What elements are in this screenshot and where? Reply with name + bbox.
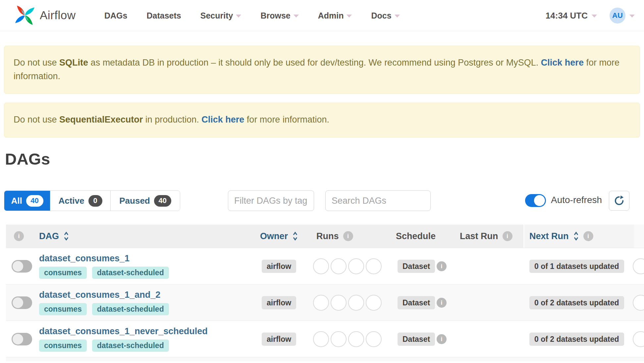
column-header-owner[interactable]: Owner <box>260 225 298 248</box>
toggle-knob <box>534 195 545 206</box>
airflow-brand[interactable]: Airflow <box>14 4 76 26</box>
info-icon[interactable] <box>343 231 353 241</box>
tab-all[interactable]: All 40 <box>4 191 50 211</box>
run-status-circle[interactable] <box>331 295 347 311</box>
run-status-circle[interactable] <box>366 258 382 274</box>
tag-consumes[interactable]: consumes <box>39 267 87 279</box>
sort-icon[interactable] <box>573 231 579 241</box>
filter-bar: All 40 Active 0 Paused 40 Auto-refresh <box>0 190 644 211</box>
nav-datasets[interactable]: Datasets <box>146 11 181 21</box>
owner-badge[interactable]: airflow <box>262 333 296 346</box>
dag-tags: consumes dataset-scheduled <box>39 267 169 279</box>
chevron-down-icon[interactable] <box>629 15 635 18</box>
executor-strong: SequentialExecutor <box>59 115 143 125</box>
dag-tags: consumes dataset-scheduled <box>39 339 169 352</box>
info-icon[interactable] <box>14 231 24 241</box>
column-header-next-run[interactable]: Next Run <box>529 225 593 248</box>
column-header-last-run: Last Run <box>460 225 512 248</box>
refresh-icon <box>614 195 625 206</box>
column-header-next-run-cell: Next Run <box>523 225 634 248</box>
dag-link[interactable]: dataset_consumes_1_never_scheduled <box>39 326 208 337</box>
dag-pause-toggle[interactable] <box>12 296 32 309</box>
schedule-badge[interactable]: Dataset <box>398 296 435 309</box>
run-status-circle[interactable] <box>331 258 347 274</box>
run-status-circle[interactable] <box>313 295 329 311</box>
nav-docs[interactable]: Docs <box>371 11 400 21</box>
tag-dataset-scheduled[interactable]: dataset-scheduled <box>92 339 169 352</box>
refresh-button[interactable] <box>609 191 629 211</box>
navbar-right: 14:34 UTC AU <box>546 0 635 31</box>
tag-dataset-scheduled[interactable]: dataset-scheduled <box>92 303 169 315</box>
sqlite-strong: SQLite <box>59 58 88 68</box>
run-status-circle[interactable] <box>331 331 347 347</box>
run-status-circle[interactable] <box>348 295 364 311</box>
top-navbar: Airflow DAGs Datasets Security Browse Ad… <box>0 0 644 31</box>
tab-active[interactable]: Active 0 <box>50 191 111 211</box>
clock-display[interactable]: 14:34 UTC <box>546 11 588 21</box>
run-status-circle[interactable] <box>348 331 364 347</box>
column-header-dag[interactable]: DAG <box>39 225 69 248</box>
toggle-knob <box>13 261 23 272</box>
tab-paused[interactable]: Paused 40 <box>111 191 180 211</box>
sqlite-warning-banner: Do not use SQLite as metadata DB in prod… <box>4 46 640 94</box>
airflow-dags-page: Airflow DAGs Datasets Security Browse Ad… <box>0 0 644 363</box>
nav-admin[interactable]: Admin <box>318 11 352 21</box>
run-status-circle[interactable] <box>366 295 382 311</box>
nav-browse[interactable]: Browse <box>260 11 298 21</box>
info-icon[interactable] <box>583 231 593 241</box>
info-icon[interactable] <box>503 231 512 241</box>
executor-click-here-link[interactable]: Click here <box>201 115 244 125</box>
column-header-schedule: Schedule <box>396 225 436 248</box>
main-nav: DAGs Datasets Security Browse Admin Docs <box>104 0 400 31</box>
sort-icon[interactable] <box>63 231 69 241</box>
owner-badge[interactable]: airflow <box>262 296 296 309</box>
sort-icon[interactable] <box>292 231 298 241</box>
chevron-down-icon <box>294 15 299 18</box>
chevron-down-icon <box>395 15 400 18</box>
next-run-badge: 0 of 2 datasets updated <box>529 333 624 346</box>
airflow-pinwheel-logo <box>14 4 36 26</box>
task-status-circle[interactable] <box>633 258 644 274</box>
avatar[interactable]: AU <box>610 8 625 24</box>
dag-pause-toggle[interactable] <box>12 333 32 345</box>
schedule-badge[interactable]: Dataset <box>398 333 435 346</box>
next-run-badge: 0 of 2 datasets updated <box>529 296 624 309</box>
sequential-executor-warning-banner: Do not use SequentialExecutor in product… <box>4 103 640 137</box>
table-header: DAG Owner Runs Schedule Last Run Next Ru… <box>6 225 644 248</box>
dag-link[interactable]: dataset_consumes_1_and_2 <box>39 290 160 300</box>
table-row-partial <box>6 357 644 361</box>
run-status-circle[interactable] <box>366 331 382 347</box>
sqlite-click-here-link[interactable]: Click here <box>541 58 584 68</box>
header-edge-sliver <box>634 225 644 248</box>
tag-dataset-scheduled[interactable]: dataset-scheduled <box>92 267 169 279</box>
schedule-badge[interactable]: Dataset <box>398 260 435 273</box>
search-dags-input[interactable] <box>325 190 431 211</box>
auto-refresh-toggle[interactable] <box>525 194 546 207</box>
task-status-circle[interactable] <box>633 295 644 311</box>
info-icon[interactable] <box>437 261 447 271</box>
dag-pause-toggle[interactable] <box>12 260 32 273</box>
run-status-circle[interactable] <box>348 258 364 274</box>
filter-tags-input[interactable] <box>228 190 314 211</box>
nav-dags[interactable]: DAGs <box>104 11 127 21</box>
tag-consumes[interactable]: consumes <box>39 339 87 352</box>
table-row: dataset_consumes_1_and_2 consumes datase… <box>6 284 644 321</box>
run-status-circle[interactable] <box>313 258 329 274</box>
dags-table: DAG Owner Runs Schedule Last Run Next Ru… <box>6 225 644 361</box>
chevron-down-icon[interactable] <box>592 15 597 18</box>
owner-badge[interactable]: airflow <box>262 260 296 273</box>
task-status-circle[interactable] <box>633 331 644 347</box>
page-title: DAGs <box>5 150 50 168</box>
run-status-circle[interactable] <box>313 331 329 347</box>
brand-wordmark: Airflow <box>40 9 76 22</box>
run-status-circles <box>313 295 382 311</box>
info-icon[interactable] <box>437 298 447 308</box>
chevron-down-icon <box>236 15 241 18</box>
nav-security[interactable]: Security <box>200 11 242 21</box>
dag-link[interactable]: dataset_consumes_1 <box>39 253 130 264</box>
info-icon[interactable] <box>437 334 447 344</box>
tag-consumes[interactable]: consumes <box>39 303 87 315</box>
toggle-knob <box>13 297 23 308</box>
table-row: dataset_consumes_1_never_scheduled consu… <box>6 321 644 357</box>
all-count-badge: 40 <box>26 195 43 207</box>
